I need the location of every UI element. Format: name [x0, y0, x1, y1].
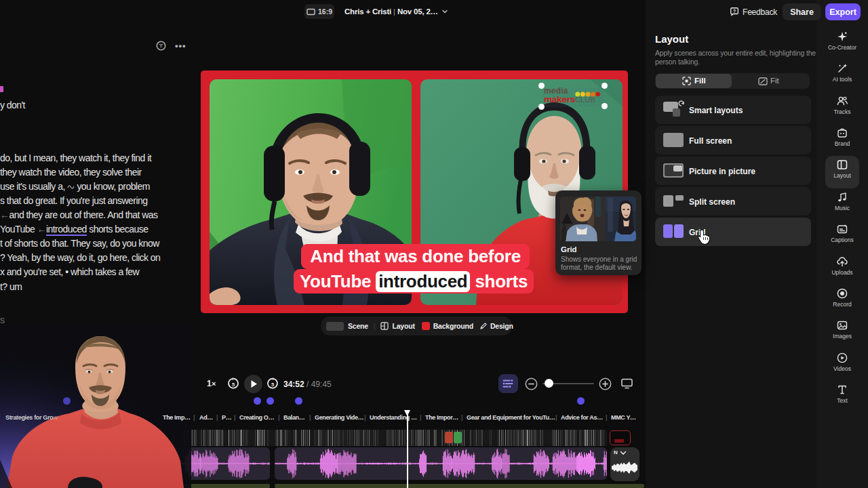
svg-text:5: 5 — [271, 382, 274, 388]
svg-text:5: 5 — [232, 382, 235, 388]
svg-text:?: ? — [733, 8, 736, 14]
